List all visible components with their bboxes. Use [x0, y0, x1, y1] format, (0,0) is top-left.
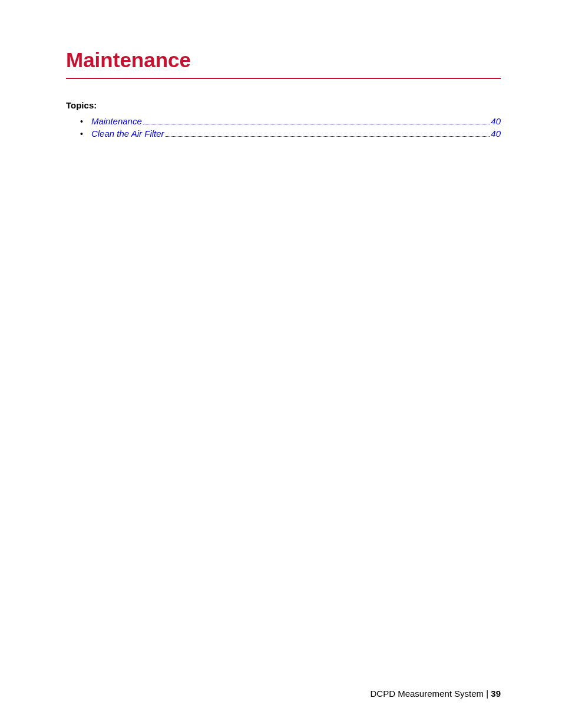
toc-link-maintenance[interactable]: Maintenance — [91, 116, 142, 126]
toc-item: • Clean the Air Filter 40 — [80, 129, 501, 139]
footer-page-number: 39 — [491, 689, 501, 699]
bullet-icon: • — [80, 129, 83, 139]
chapter-title: Maintenance — [66, 48, 501, 79]
toc-leader-dots — [143, 124, 490, 124]
footer-doc-title: DCPD Measurement System — [371, 689, 484, 699]
toc-list: • Maintenance 40 • Clean the Air Filter … — [66, 116, 501, 139]
bullet-icon: • — [80, 117, 83, 126]
toc-leader-dots — [166, 136, 490, 137]
page-footer: DCPD Measurement System | 39 — [371, 689, 501, 699]
footer-separator: | — [484, 689, 491, 699]
toc-page-number[interactable]: 40 — [491, 116, 501, 126]
topics-heading: Topics: — [66, 100, 501, 110]
toc-link-clean-air-filter[interactable]: Clean the Air Filter — [91, 129, 164, 139]
toc-page-number[interactable]: 40 — [491, 129, 501, 139]
toc-item: • Maintenance 40 — [80, 116, 501, 126]
